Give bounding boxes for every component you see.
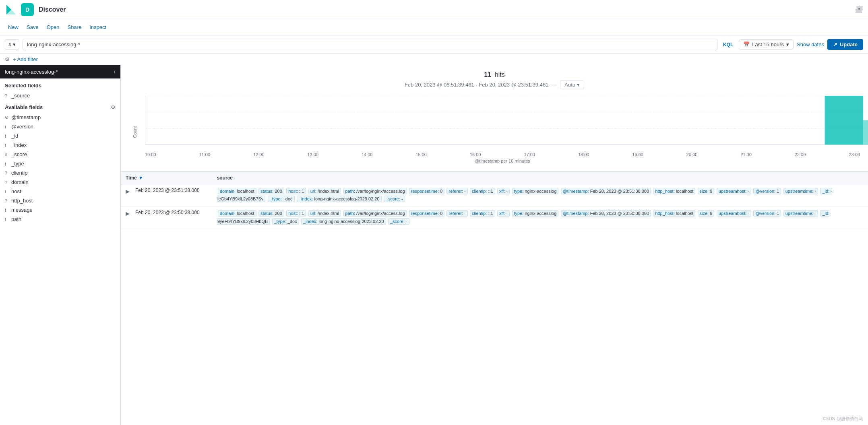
chart-container: Count 10:0011:0012:0013:00 14:00 <box>129 96 860 168</box>
nav-inspect[interactable]: Inspect <box>86 23 110 32</box>
field-name: domain <box>11 179 29 185</box>
add-filter-btn[interactable]: + Add filter <box>13 56 38 62</box>
source-tag: _type: _doc <box>268 196 295 202</box>
histogram-area: 11 hits Feb 20, 2023 @ 08:51:39.461 - Fe… <box>121 65 868 171</box>
nav-share[interactable]: Share <box>64 23 85 32</box>
source-tag: xff: - <box>497 188 510 194</box>
query-input[interactable] <box>23 39 717 50</box>
source-tag: host: ::1 <box>286 188 306 194</box>
table-rows-container: ▶ Feb 20, 2023 @ 23:51:38.000 domain: lo… <box>121 184 868 229</box>
field-item-message[interactable]: t message <box>0 205 120 215</box>
source-tag: upstreamhost: - <box>717 210 751 217</box>
row-source: domain: localhost status: 200 host: ::1 … <box>217 188 863 203</box>
hits-header: 11 hits <box>129 71 860 78</box>
source-tag: _score: - <box>388 218 409 225</box>
nav-bar: New Save Open Share Inspect <box>0 19 868 35</box>
main-layout: long-nginx-accesslog-* ‹ Selected fields… <box>0 65 868 425</box>
date-range-label: Last 15 hours <box>752 41 784 47</box>
field-type: ⊙ <box>5 115 9 120</box>
source-tag: host: ::1 <box>286 210 306 217</box>
source-tag: path: /var/log/nginx/access.log <box>343 188 407 194</box>
field-item-_id[interactable]: t _id <box>0 131 120 140</box>
field-type: t <box>5 124 9 129</box>
top-bar: D Discover <box>0 0 868 19</box>
row-expand-btn[interactable]: ▶ <box>126 188 132 194</box>
source-tag: @version: 1 <box>753 210 781 217</box>
field-name: @timestamp <box>11 114 41 120</box>
filter-settings-icon[interactable]: ⚙ <box>5 56 10 62</box>
field-name-source: _source <box>11 93 30 99</box>
field-item-_type[interactable]: t _type <box>0 159 120 168</box>
field-item-_score[interactable]: # _score <box>0 150 120 159</box>
update-icon: ↗ <box>833 41 837 47</box>
source-tag: domain: localhost <box>218 210 256 217</box>
field-item-host[interactable]: t host <box>0 187 120 196</box>
source-tag: url: /index.html <box>308 210 341 217</box>
selected-fields-title: Selected fields <box>0 78 120 91</box>
source-tag: @version: 1 <box>753 188 781 194</box>
index-selector[interactable]: # ▾ <box>5 39 19 50</box>
field-name: _id <box>11 133 18 139</box>
calendar-icon: 📅 <box>743 41 750 47</box>
hits-label: hits <box>495 71 505 78</box>
field-item-http_host[interactable]: ? http_host <box>0 196 120 205</box>
nav-save[interactable]: Save <box>23 23 42 32</box>
field-item-domain[interactable]: ? domain <box>0 177 120 187</box>
kql-badge[interactable]: KQL <box>721 42 736 47</box>
row-source: domain: localhost status: 200 host: ::1 … <box>217 210 863 225</box>
source-tag: _type: _doc <box>272 218 299 225</box>
source-tag: path: /var/log/nginx/access.log <box>343 210 407 217</box>
field-type: ? <box>5 198 9 203</box>
row-expand-btn[interactable]: ▶ <box>126 210 132 217</box>
sidebar-collapse-btn[interactable]: ‹ <box>114 68 116 75</box>
index-hash: # <box>8 41 11 47</box>
main-content: 11 hits Feb 20, 2023 @ 08:51:39.461 - Fe… <box>121 65 868 425</box>
field-name: _score <box>11 151 27 157</box>
source-tag: status: 200 <box>258 188 284 194</box>
index-dropdown-icon: ▾ <box>13 41 16 47</box>
field-source[interactable]: ? _source <box>0 91 120 100</box>
x-axis-labels: 10:0011:0012:0013:00 14:0015:0016:0017:0… <box>129 152 860 157</box>
field-name: _type <box>11 161 24 167</box>
field-item-clientip[interactable]: ? clientip <box>0 168 120 177</box>
field-item-@timestamp[interactable]: ⊙ @timestamp <box>0 113 120 122</box>
interval-selector[interactable]: Auto ▾ <box>560 80 584 89</box>
settings-icon[interactable] <box>855 5 863 14</box>
field-name: http_host <box>11 198 33 204</box>
field-name: host <box>11 188 21 194</box>
interval-chevron: ▾ <box>577 82 580 88</box>
col-time-header[interactable]: Time ▼ <box>126 175 214 181</box>
field-type: ? <box>5 180 9 185</box>
nav-open[interactable]: Open <box>43 23 63 32</box>
field-item-@version[interactable]: t @version <box>0 122 120 131</box>
field-type: ? <box>5 171 9 175</box>
source-tag: responsetime: 0 <box>409 188 444 194</box>
date-range-display: Feb 20, 2023 @ 08:51:39.461 - Feb 20, 20… <box>129 80 860 89</box>
table-header: Time ▼ _source <box>121 172 868 184</box>
field-name: clientip <box>11 170 27 176</box>
field-item-_index[interactable]: t _index <box>0 140 120 150</box>
field-type: t <box>5 161 9 166</box>
table-row: ▶ Feb 20, 2023 @ 23:51:38.000 domain: lo… <box>121 184 868 206</box>
source-tag: type: nginx-accesslog <box>512 188 559 194</box>
source-tag: @timestamp: Feb 20, 2023 @ 23:51:38.000 <box>561 188 651 194</box>
sort-arrow: ▼ <box>138 175 143 181</box>
source-tag: @timestamp: Feb 20, 2023 @ 23:50:38.000 <box>561 210 651 217</box>
field-name: @version <box>11 124 33 130</box>
date-dropdown-icon: ▾ <box>786 41 789 47</box>
source-tag: http_host: localhost <box>653 188 695 194</box>
update-button[interactable]: ↗ Update <box>827 39 863 50</box>
nav-new[interactable]: New <box>5 23 22 32</box>
field-item-path[interactable]: t path <box>0 215 120 224</box>
source-tag: xff: - <box>497 210 510 217</box>
date-picker[interactable]: 📅 Last 15 hours ▾ <box>739 39 794 50</box>
show-dates-btn[interactable]: Show dates <box>797 41 824 47</box>
index-badge: long-nginx-accesslog-* ‹ <box>0 65 120 78</box>
available-fields-settings-icon[interactable]: ⚙ <box>111 104 116 110</box>
app-icon: D <box>21 3 34 16</box>
table-row: ▶ Feb 20, 2023 @ 23:50:38.000 domain: lo… <box>121 206 868 229</box>
source-tag: size: 9 <box>698 188 715 194</box>
source-tag: referer: - <box>446 210 467 217</box>
source-tag: clientip: ::1 <box>470 210 495 217</box>
query-bar: # ▾ KQL 📅 Last 15 hours ▾ Show dates ↗ U… <box>0 35 868 54</box>
